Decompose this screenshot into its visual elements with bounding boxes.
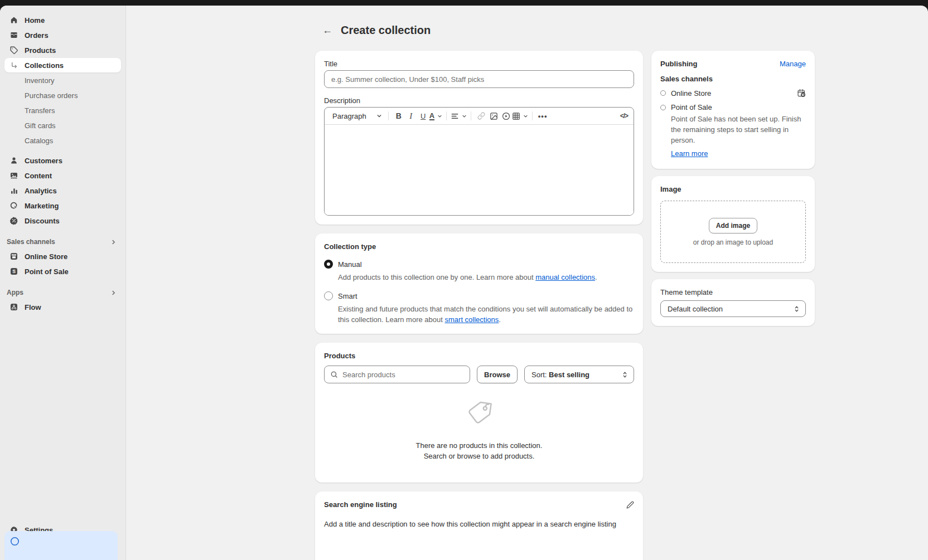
sidebar-item-collections[interactable]: Collections	[4, 58, 121, 72]
smart-radio[interactable]	[324, 291, 333, 300]
search-products-input[interactable]	[342, 371, 464, 379]
insert-image-button[interactable]	[487, 109, 500, 123]
top-bar	[0, 0, 928, 6]
link-button[interactable]	[475, 109, 487, 123]
publishing-heading: Publishing	[660, 60, 697, 68]
learn-more-link[interactable]: Learn more	[671, 149, 708, 158]
page-title: Create collection	[341, 24, 431, 37]
target-icon	[9, 201, 19, 211]
alignment-button[interactable]	[451, 109, 467, 123]
sidebar-item-online-store[interactable]: Online Store	[4, 249, 121, 264]
smart-collections-link[interactable]: smart collections	[445, 315, 499, 324]
smart-radio-row[interactable]: Smart	[324, 291, 634, 300]
empty-state-line2: Search or browse to add products.	[416, 451, 543, 461]
home-icon	[9, 15, 19, 25]
collection-type-heading: Collection type	[324, 242, 634, 251]
sidebar-item-label: Customers	[25, 157, 62, 165]
title-description-card: Title Description Paragraph B I U	[315, 51, 643, 225]
sidebar-item-catalogs[interactable]: Catalogs	[4, 133, 121, 148]
channel-row-online-store: Online Store	[660, 89, 806, 98]
chevron-down-icon	[523, 114, 528, 119]
description-editor-area[interactable]	[325, 125, 634, 215]
sidebar-item-label: Collections	[25, 61, 64, 70]
sidebar-item-flow[interactable]: Flow	[4, 300, 121, 314]
edit-pencil-icon[interactable]	[626, 501, 634, 509]
info-circle-icon	[10, 537, 20, 546]
main-content: ← Create collection Title Description Pa…	[126, 6, 928, 560]
back-button[interactable]: ←	[320, 22, 335, 38]
underline-button[interactable]: U	[417, 109, 429, 123]
seo-heading: Search engine listing	[324, 500, 397, 509]
sidebar-item-label: Online Store	[25, 252, 67, 261]
channel-status-dot	[660, 90, 666, 96]
rich-text-editor: Paragraph B I U A	[324, 107, 634, 216]
image-icon	[490, 112, 498, 120]
sidebar-item-orders[interactable]: Orders	[4, 28, 121, 42]
sidebar-item-transfers[interactable]: Transfers	[4, 103, 121, 118]
channel-status-dot	[660, 105, 666, 110]
sidebar-item-analytics[interactable]: Analytics	[4, 183, 121, 198]
sidebar-item-label: Point of Sale	[25, 267, 69, 276]
chevron-right-icon	[110, 239, 117, 245]
products-card: Products Browse Sort: Best selling	[315, 343, 643, 483]
add-image-button[interactable]: Add image	[709, 218, 757, 233]
schedule-calendar-icon[interactable]	[797, 89, 806, 98]
description-label: Description	[324, 96, 634, 105]
pos-icon: S	[9, 266, 19, 276]
product-search-box	[324, 366, 470, 383]
sidebar-item-label: Discounts	[25, 217, 60, 225]
sidebar-item-label: Analytics	[25, 187, 57, 195]
sidebar-item-label: Orders	[25, 31, 49, 40]
chevron-down-icon	[376, 113, 382, 119]
chevron-right-icon	[110, 290, 117, 296]
bottom-notification-pill[interactable]	[4, 531, 118, 560]
manual-radio-row[interactable]: Manual	[324, 260, 634, 269]
sidebar-item-customers[interactable]: Customers	[4, 153, 121, 168]
bold-button[interactable]: B	[393, 109, 405, 123]
manage-link[interactable]: Manage	[780, 60, 806, 68]
smart-description: Existing and future products that match …	[338, 304, 634, 325]
theme-template-label: Theme template	[660, 288, 806, 296]
seo-card: Search engine listing Add a title and de…	[315, 491, 643, 560]
sidebar-item-discounts[interactable]: Discounts	[4, 213, 121, 228]
sidebar-item-point-of-sale[interactable]: S Point of Sale	[4, 264, 121, 279]
image-heading: Image	[660, 185, 806, 193]
insert-table-button[interactable]	[512, 109, 528, 123]
manual-collections-link[interactable]: manual collections	[535, 273, 595, 281]
sidebar-item-home[interactable]: Home	[4, 13, 121, 27]
text-color-button[interactable]: A	[429, 109, 442, 123]
insert-video-button[interactable]	[500, 109, 512, 123]
manual-radio[interactable]	[324, 260, 333, 269]
sidebar-item-label: Content	[25, 172, 52, 180]
channel-row-point-of-sale: Point of Sale	[660, 103, 806, 111]
sidebar-item-content[interactable]: Content	[4, 168, 121, 183]
more-formatting-button[interactable]: •••	[536, 109, 549, 123]
sales-channels-subheading: Sales channels	[660, 75, 806, 83]
chevron-down-icon	[462, 114, 467, 119]
apps-header[interactable]: Apps	[4, 286, 121, 299]
theme-template-select[interactable]: Default collection	[660, 300, 806, 317]
title-input[interactable]	[324, 70, 634, 88]
flow-app-icon	[9, 302, 19, 312]
chevron-down-icon	[437, 114, 442, 119]
sales-channels-header[interactable]: Sales channels	[4, 236, 121, 248]
sidebar-item-purchase-orders[interactable]: Purchase orders	[4, 88, 121, 103]
arrow-left-icon: ←	[322, 25, 332, 36]
paragraph-style-select[interactable]: Paragraph	[332, 112, 384, 120]
theme-template-card: Theme template Default collection	[651, 279, 815, 326]
seo-description: Add a title and description to see how t…	[324, 520, 634, 528]
caret-sort-icon	[794, 305, 800, 313]
sidebar-item-marketing[interactable]: Marketing	[4, 198, 121, 213]
italic-button[interactable]: I	[405, 109, 417, 123]
image-card: Image Add image or drop an image to uplo…	[651, 176, 815, 272]
sidebar-item-gift-cards[interactable]: Gift cards	[4, 118, 121, 133]
sort-select[interactable]: Sort: Best selling	[524, 366, 634, 383]
browse-button[interactable]: Browse	[477, 366, 518, 383]
show-html-button[interactable]: </>	[620, 112, 628, 120]
sidebar-item-inventory[interactable]: Inventory	[4, 73, 121, 87]
caret-sort-icon	[622, 371, 628, 378]
sidebar-item-products[interactable]: Products	[4, 43, 121, 57]
image-dropzone[interactable]: Add image or drop an image to upload	[660, 201, 806, 263]
table-icon	[512, 112, 520, 120]
tag-icon	[9, 45, 19, 55]
